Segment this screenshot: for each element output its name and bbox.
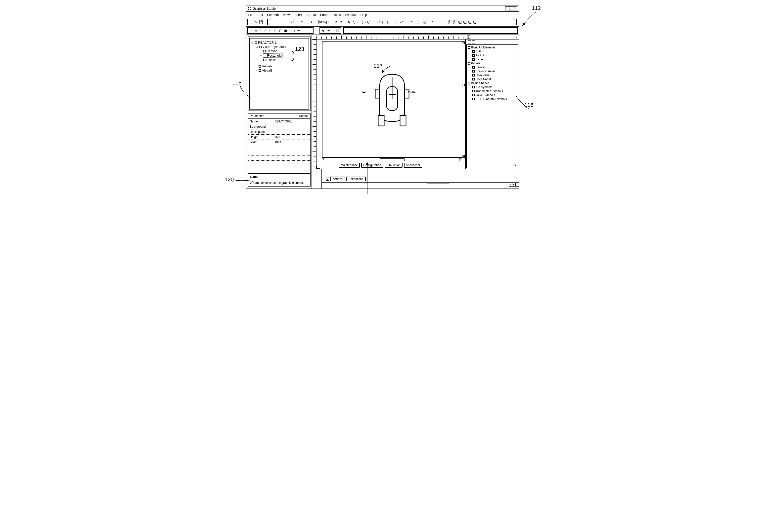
menu-file[interactable]: File xyxy=(248,13,254,17)
arrange6-icon[interactable]: ⿻ xyxy=(473,20,477,24)
palette-item-scalingcanvas[interactable]: ScalingCanvas xyxy=(472,69,517,73)
status-scroll-thumb[interactable] xyxy=(427,184,449,186)
menu-view[interactable]: View xyxy=(283,13,290,17)
palette-item-isa[interactable]: ISA Symbols xyxy=(472,85,517,89)
tab-animations[interactable]: Animations xyxy=(346,177,366,181)
tree-ellipse[interactable]: ┈ Ellipse xyxy=(260,58,307,62)
dot-icon[interactable]: ∘ xyxy=(394,20,399,24)
open-icon[interactable]: ✎ xyxy=(254,20,258,24)
prop-row-name[interactable]: NameREACTOR-1 xyxy=(248,119,310,124)
palette-item-docspanel[interactable]: Docs Panel xyxy=(472,77,517,81)
circle-icon[interactable]: ◯ xyxy=(362,20,366,24)
status-end-icon[interactable] xyxy=(515,183,519,187)
palette-item-psid[interactable]: PSID Diagram Symbols xyxy=(472,97,517,101)
tab-actions[interactable]: Actions xyxy=(330,177,345,181)
palette-scroll-down-icon[interactable]: ▾ xyxy=(514,164,517,167)
vscroll-thumb[interactable] xyxy=(462,84,465,86)
curve-icon[interactable]: 〰 xyxy=(371,20,376,24)
vscroll-down-icon[interactable]: ▾ xyxy=(462,155,465,158)
arrange5-icon[interactable]: ⿻ xyxy=(468,20,472,24)
menu-tools[interactable]: Tools xyxy=(333,13,341,17)
status-next-icon[interactable]: ▸ xyxy=(512,183,516,187)
shape-g-icon[interactable]: ▢ xyxy=(279,29,283,33)
prop-row-background[interactable]: Background xyxy=(248,124,310,129)
prop-row-width[interactable]: Width1024 xyxy=(248,140,310,145)
tree-root[interactable]: ⊟ REACTOR-1 xyxy=(251,40,307,45)
status-prev-icon[interactable]: ◂ xyxy=(509,183,512,187)
connector1-icon[interactable]: ⇄ xyxy=(399,20,404,24)
arc-icon[interactable]: ◠ xyxy=(376,20,381,24)
canvas-vscroll[interactable]: ▴ ▾ xyxy=(462,41,465,158)
palette-group-panels[interactable]: Panels xyxy=(468,61,517,65)
new-icon[interactable]: ▢ xyxy=(249,20,253,24)
shape-a-icon[interactable]: ⬚ xyxy=(249,29,253,33)
palette-item-transmeter[interactable]: Transmeter Symbols xyxy=(472,89,517,93)
shape-c-icon[interactable]: ⬚ xyxy=(259,29,263,33)
square2-icon[interactable]: ▢ xyxy=(386,20,391,24)
redo-drop-icon[interactable]: ▾ xyxy=(305,21,310,23)
prop-row-height[interactable]: Height768 xyxy=(248,135,310,140)
shape-b-icon[interactable]: ⌂ xyxy=(254,29,258,33)
palette-group-shapes[interactable]: Basic Shapes xyxy=(468,81,517,85)
vscroll-up-icon[interactable]: ▴ xyxy=(462,41,465,44)
menu-insert[interactable]: Insert xyxy=(294,13,302,17)
arrange4-icon[interactable]: ⿻ xyxy=(463,20,467,24)
palette-tree[interactable]: Basic UI Elements Button Tool Box Slider… xyxy=(466,44,518,168)
hscroll-left-icon[interactable]: ◂ xyxy=(322,158,325,161)
tree-rectangle[interactable]: ┈ Rectangle xyxy=(260,53,307,58)
palette-item-valve[interactable]: Valve Symbols xyxy=(472,93,517,97)
link-icon[interactable]: ⚯ xyxy=(326,29,330,33)
arrange3-icon[interactable]: ⿻ xyxy=(458,20,462,24)
hscroll-thumb[interactable] xyxy=(380,158,405,161)
menu-edit[interactable]: Edit xyxy=(257,13,263,17)
arrange1-icon[interactable]: ⿺ xyxy=(448,20,452,24)
rect-icon[interactable]: ▭ xyxy=(357,20,361,24)
table-icon[interactable]: ▤ xyxy=(335,29,340,33)
refresh-icon[interactable]: ↻ xyxy=(310,20,315,24)
pointer-icon[interactable]: ⬉ xyxy=(347,20,351,24)
tree-visual2[interactable]: ┈ Visual2 xyxy=(256,64,307,68)
palette-item-canvas[interactable]: Canvas xyxy=(472,65,517,69)
redo-icon[interactable]: ↷ xyxy=(300,20,305,24)
menu-format[interactable]: Format xyxy=(306,13,316,17)
menu-element[interactable]: Element xyxy=(267,13,279,17)
tab-configuration[interactable]: Configuration xyxy=(361,163,383,168)
prop-row-description[interactable]: Description xyxy=(248,129,310,135)
menu-shape[interactable]: Shape xyxy=(320,13,329,17)
align1-icon[interactable]: ≡ xyxy=(430,20,435,24)
shape-f-icon[interactable]: ⬚ xyxy=(274,29,278,33)
group2-icon[interactable]: ◇ xyxy=(422,20,427,24)
pointer2-icon[interactable]: ⬉ xyxy=(321,29,326,33)
palette-item-flowpanel[interactable]: Flow Panel xyxy=(472,73,517,77)
palette-view2-icon[interactable] xyxy=(472,40,475,43)
undo-drop-icon[interactable]: ▾ xyxy=(295,21,300,23)
align3-icon[interactable]: ≣ xyxy=(440,20,444,24)
zoom-combo[interactable]: 100%v xyxy=(318,20,330,24)
close-button[interactable]: ✕ xyxy=(513,6,517,10)
palette-scroll-up-icon[interactable]: ▴ xyxy=(515,36,518,38)
group1-icon[interactable]: ⬚ xyxy=(417,20,422,24)
palette-item-slider[interactable]: Slider xyxy=(472,57,517,61)
reactor-graphic[interactable] xyxy=(365,72,419,132)
menu-window[interactable]: Window xyxy=(345,13,356,17)
shape-e-icon[interactable]: ⬚ xyxy=(269,29,273,33)
save-icon[interactable]: 💾 xyxy=(259,20,263,24)
palette-item-button[interactable]: Button xyxy=(472,49,517,53)
palette-item-toolbox[interactable]: Tool Box xyxy=(472,53,517,57)
connector3-icon[interactable]: ≡ xyxy=(409,20,414,24)
menu-help[interactable]: Help xyxy=(360,13,367,17)
hex-icon[interactable]: ⬡ xyxy=(366,20,371,24)
tab-maintenance[interactable]: Maintenance xyxy=(339,163,360,168)
palette-group-basic-ui[interactable]: Basic UI Elements xyxy=(468,45,517,49)
palette-dropdown-icon[interactable]: ▾ xyxy=(467,36,470,38)
design-canvas[interactable]: Inlet Outlet 117 xyxy=(322,41,462,158)
shape-d-icon[interactable]: ⬚ xyxy=(264,29,268,33)
arrange2-icon[interactable]: ⿺ xyxy=(453,20,457,24)
square-icon[interactable]: ▢ xyxy=(381,20,386,24)
canvas-hscroll[interactable]: ◂ ▸ xyxy=(322,158,462,161)
connector2-icon[interactable]: ⌐ xyxy=(404,20,409,24)
align2-icon[interactable]: ☰ xyxy=(435,20,440,24)
palette-view1-icon[interactable] xyxy=(468,40,471,43)
shape-i-icon[interactable]: ◇ xyxy=(292,29,296,33)
zoom-in-icon[interactable]: ⊕ xyxy=(334,20,338,24)
